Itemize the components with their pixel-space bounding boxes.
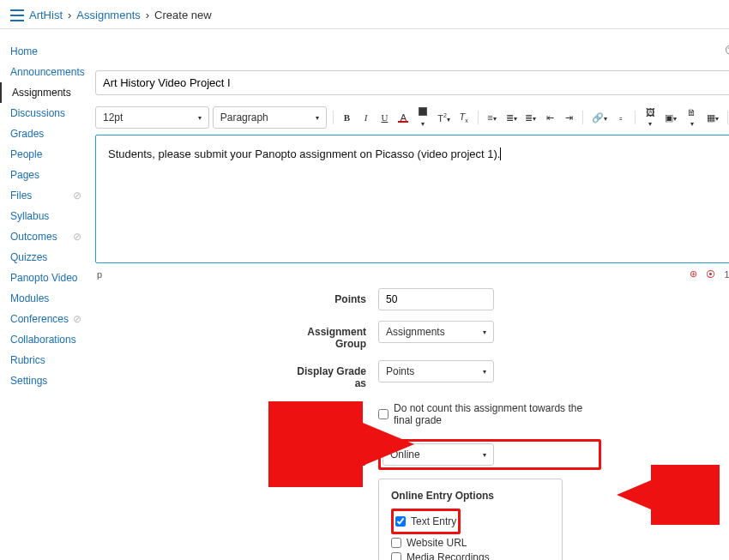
sidebar-item-label: Files [10, 190, 32, 202]
outdent-button[interactable]: ⇤ [542, 111, 557, 125]
assignment-title-input[interactable] [95, 70, 729, 95]
align-button[interactable]: ≡▾ [485, 111, 500, 124]
indent-button[interactable]: ⇥ [561, 111, 576, 125]
breadcrumb-course[interactable]: ArtHist [29, 9, 63, 21]
bg-color-button[interactable]: ▾ [414, 105, 431, 129]
assignment-group-label: Assignment Group [284, 321, 378, 350]
hidden-icon: ⊘ [73, 190, 81, 202]
chevron-down-icon: ▾ [483, 328, 486, 336]
publish-status: Not Published [726, 44, 729, 56]
chevron-down-icon: ▾ [483, 368, 486, 376]
italic-button[interactable]: I [358, 111, 373, 124]
sidebar-item-modules[interactable]: Modules [0, 288, 90, 309]
annotation-arrow-left [268, 401, 414, 487]
sidebar-item-rubrics[interactable]: Rubrics [0, 350, 90, 370]
sidebar-item-discussions[interactable]: Discussions [0, 103, 90, 123]
rce-editor[interactable]: Students, please submit your Panopto ass… [95, 135, 729, 263]
clear-format-button[interactable]: Tx [456, 110, 472, 125]
entry-option-label: Media Recordings [407, 551, 490, 560]
sidebar-item-label: Conferences [10, 313, 69, 325]
sidebar-item-label: Collaborations [10, 334, 76, 346]
entry-option-label: Website URL [407, 537, 467, 549]
sidebar-item-label: Discussions [10, 107, 65, 119]
document-button[interactable]: 🗎▾ [683, 105, 701, 129]
sidebar-item-settings[interactable]: Settings [0, 370, 90, 391]
sidebar-item-quizzes[interactable]: Quizzes [0, 247, 90, 268]
sidebar-item-announcements[interactable]: Announcements [0, 62, 90, 82]
sidebar-item-collaborations[interactable]: Collaborations [0, 329, 90, 350]
unpublished-icon [726, 45, 729, 55]
sidebar-item-home[interactable]: Home [0, 41, 90, 62]
numbered-list-button[interactable]: ≣▾ [522, 111, 539, 125]
sidebar-item-label: Syllabus [10, 210, 49, 222]
hamburger-menu[interactable] [10, 9, 24, 21]
superscript-button[interactable]: T2▾ [435, 111, 452, 125]
sidebar-item-people[interactable]: People [0, 144, 90, 165]
hidden-icon: ⊘ [73, 313, 81, 325]
points-label: Points [284, 288, 378, 305]
sidebar-item-outcomes[interactable]: Outcomes⊘ [0, 226, 90, 247]
bullet-list-button[interactable]: ≣▾ [503, 111, 520, 125]
editor-content: Students, please submit your Panopto ass… [108, 148, 500, 160]
sidebar-item-label: Outcomes [10, 231, 57, 243]
breadcrumb-sep: › [68, 9, 71, 21]
points-input[interactable] [378, 288, 494, 310]
bold-button[interactable]: B [339, 111, 354, 124]
record-icon[interactable]: ⦿ [706, 269, 715, 280]
sidebar-item-conferences[interactable]: Conferences⊘ [0, 309, 90, 329]
online-entry-options: Online Entry Options Text EntryWebsite U… [378, 479, 563, 560]
course-sidebar: HomeAnnouncementsAssignmentsDiscussionsG… [0, 29, 90, 560]
accessibility-icon[interactable]: ⊛ [690, 268, 697, 280]
sidebar-item-syllabus[interactable]: Syllabus [0, 206, 90, 226]
sidebar-item-grades[interactable]: Grades [0, 123, 90, 144]
chevron-down-icon: ▾ [483, 451, 486, 459]
entry-option-checkbox[interactable] [395, 516, 406, 527]
sidebar-item-label: Assignments [12, 87, 71, 99]
editor-path: p [97, 269, 102, 280]
sidebar-item-label: Pages [10, 169, 39, 181]
sidebar-item-label: Modules [10, 292, 49, 304]
sidebar-item-label: People [10, 148, 42, 160]
annotation-arrow-right [617, 465, 720, 525]
rce-toolbar: 12pt▾ Paragraph▾ B I U A ▾ T2▾ Tx ≡▾ ≣▾ … [95, 102, 729, 135]
breadcrumb-section[interactable]: Assignments [76, 9, 140, 21]
unlink-button[interactable]: ⹀ [613, 111, 629, 124]
entry-option-label: Text Entry [411, 515, 456, 527]
entry-option-media-recordings[interactable]: Media Recordings [391, 551, 550, 560]
breadcrumb-current: Create new [154, 9, 211, 21]
paragraph-style-select[interactable]: Paragraph▾ [213, 106, 327, 129]
word-count: 11 words [724, 269, 729, 280]
hidden-icon: ⊘ [73, 231, 81, 243]
sidebar-item-label: Settings [10, 375, 47, 387]
svg-marker-0 [268, 401, 414, 487]
text-color-button[interactable]: A [395, 111, 411, 124]
entry-options-title: Online Entry Options [391, 490, 550, 502]
link-button[interactable]: 🔗▾ [589, 111, 610, 125]
breadcrumb-sep: › [146, 9, 149, 21]
exclude-from-grade-label: Do not count this assignment towards the… [394, 402, 601, 426]
entry-option-text-entry[interactable]: Text Entry [395, 515, 456, 527]
display-grade-label: Display Grade as [284, 360, 378, 389]
sidebar-item-assignments[interactable]: Assignments [0, 82, 90, 103]
underline-button[interactable]: U [377, 111, 392, 124]
entry-option-website-url[interactable]: Website URL [391, 537, 550, 549]
sidebar-item-pages[interactable]: Pages [0, 165, 90, 185]
assignment-group-select[interactable]: Assignments▾ [378, 321, 494, 343]
entry-option-checkbox[interactable] [391, 538, 401, 548]
sidebar-item-label: Quizzes [10, 251, 47, 263]
entry-option-checkbox[interactable] [391, 552, 401, 560]
sidebar-item-panopto-video[interactable]: Panopto Video [0, 268, 90, 288]
sidebar-item-label: Panopto Video [10, 272, 78, 284]
image-button[interactable]: 🖼▾ [642, 105, 660, 129]
sidebar-item-label: Home [10, 45, 38, 57]
sidebar-item-files[interactable]: Files⊘ [0, 185, 90, 206]
display-grade-select[interactable]: Points▾ [378, 360, 494, 382]
svg-marker-1 [617, 465, 720, 525]
sidebar-item-label: Announcements [10, 66, 85, 78]
sidebar-item-label: Rubrics [10, 354, 45, 366]
media-button[interactable]: ▣▾ [662, 111, 679, 125]
sidebar-item-label: Grades [10, 128, 44, 140]
font-size-select[interactable]: 12pt▾ [95, 106, 209, 129]
apps-button[interactable]: ▦▾ [704, 111, 721, 125]
